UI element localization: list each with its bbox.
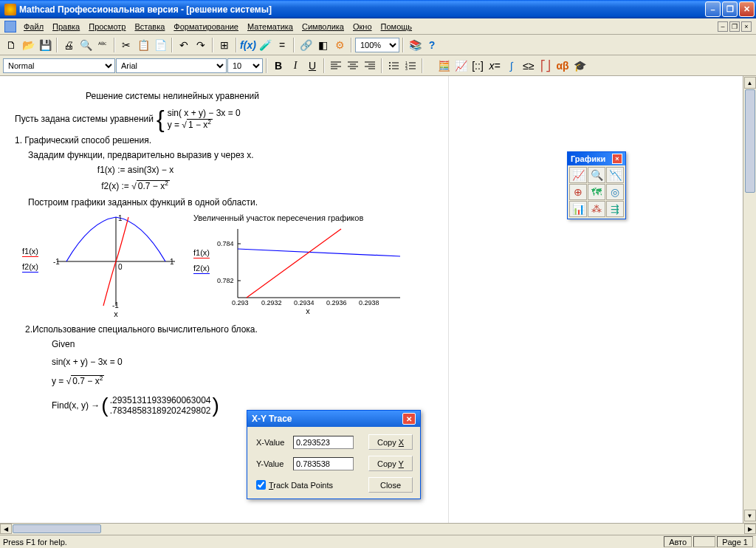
- component-icon[interactable]: ◧: [315, 37, 331, 53]
- vector-field-icon[interactable]: ⇶: [606, 201, 624, 217]
- calculator-toolbar-icon[interactable]: 🧮: [436, 58, 452, 74]
- legend-f2: f2(x): [22, 261, 38, 273]
- track-checkbox[interactable]: [256, 480, 266, 490]
- resource-center-icon[interactable]: 📚: [407, 37, 423, 53]
- scatter-3d-icon[interactable]: ⁂: [588, 201, 605, 217]
- menu-math[interactable]: Математика: [243, 21, 298, 32]
- align-regions-icon[interactable]: ⊞: [216, 37, 233, 53]
- contour-plot-icon[interactable]: ◎: [606, 184, 624, 200]
- menu-format[interactable]: Форматирование: [169, 21, 243, 32]
- svg-text:0.2938: 0.2938: [359, 299, 379, 306]
- xy-plot-icon[interactable]: 📈: [569, 167, 587, 183]
- menu-symbolics[interactable]: Символика: [298, 21, 348, 32]
- copy-x-button[interactable]: Copy X: [368, 434, 413, 450]
- graph-toolbar-icon[interactable]: 📈: [453, 58, 469, 74]
- graph1[interactable]: -1 1 1 -1 0 x: [53, 213, 179, 318]
- mdi-minimize[interactable]: –: [718, 21, 728, 32]
- preview-icon[interactable]: 🔍: [78, 37, 94, 53]
- surface-plot-icon[interactable]: 🗺: [588, 184, 605, 200]
- svg-line-38: [247, 229, 341, 298]
- polar-plot-icon[interactable]: ⊕: [569, 184, 587, 200]
- redo-icon[interactable]: ↷: [193, 37, 209, 53]
- dialog-close-icon[interactable]: ✕: [402, 413, 416, 425]
- scroll-up-icon[interactable]: ▲: [744, 77, 756, 89]
- y-value-input[interactable]: [293, 457, 354, 470]
- align-right-icon[interactable]: [362, 58, 378, 74]
- copy-y-button[interactable]: Copy Y: [368, 456, 413, 471]
- palette-close-icon[interactable]: ×: [612, 154, 622, 164]
- copy-icon[interactable]: 📋: [135, 37, 151, 53]
- run-icon[interactable]: ⚙: [331, 37, 348, 53]
- function-icon[interactable]: f(x): [240, 37, 256, 53]
- bullets-icon[interactable]: [385, 58, 402, 74]
- programming-toolbar-icon[interactable]: ⎡⎦: [537, 58, 554, 74]
- xy-trace-dialog[interactable]: X-Y Trace ✕ X-Value Copy X Y-Value Copy …: [247, 410, 421, 499]
- new-icon[interactable]: 🗋: [3, 37, 19, 53]
- 3d-bar-icon[interactable]: 📊: [569, 201, 587, 217]
- graphics-palette[interactable]: Графики × 📈 🔍 📉 ⊕ 🗺 ◎ 📊 ⁂ ⇶: [567, 151, 626, 219]
- close-button[interactable]: Close: [368, 477, 413, 493]
- section1-title: 1. Графический способ решения.: [15, 135, 433, 145]
- svg-text:0.2936: 0.2936: [326, 299, 347, 306]
- font-select[interactable]: Arial: [116, 58, 227, 73]
- align-left-icon[interactable]: [328, 58, 344, 74]
- palette-titlebar[interactable]: Графики ×: [568, 152, 625, 165]
- units-icon[interactable]: 🧪: [257, 37, 273, 53]
- underline-icon[interactable]: U: [304, 58, 320, 74]
- cut-icon[interactable]: ✂: [118, 37, 134, 53]
- align-center-icon[interactable]: [345, 58, 361, 74]
- style-select[interactable]: Normal: [3, 58, 115, 73]
- trace-plot-icon[interactable]: 📉: [606, 167, 624, 183]
- menu-help[interactable]: Помощь: [377, 21, 417, 32]
- scroll-thumb[interactable]: [745, 89, 755, 193]
- menu-window[interactable]: Окно: [348, 21, 377, 32]
- undo-icon[interactable]: ↶: [176, 37, 192, 53]
- horizontal-scrollbar[interactable]: ◀ ▶: [0, 523, 756, 535]
- legend2-f2: f2(x): [193, 263, 210, 274]
- open-icon[interactable]: 📂: [20, 37, 36, 53]
- title-bar: Mathcad Профессиональная версия - [решен…: [0, 0, 756, 18]
- svg-text:0.2932: 0.2932: [261, 299, 282, 306]
- mdi-icon[interactable]: [4, 21, 16, 32]
- usage-eq1: sin(x + y) − 3x = 0: [52, 357, 433, 367]
- menu-file[interactable]: Файл: [19, 21, 48, 32]
- menu-edit[interactable]: Правка: [48, 21, 84, 32]
- system-eq2: y = √1 − x2: [168, 118, 241, 130]
- scroll-down-icon[interactable]: ▼: [744, 510, 756, 521]
- greek-toolbar-icon[interactable]: αβ: [554, 58, 571, 74]
- spellcheck-icon[interactable]: ᴬᴮᶜ: [94, 37, 111, 53]
- boolean-toolbar-icon[interactable]: ≤≥: [520, 58, 537, 74]
- matrix-toolbar-icon[interactable]: [::]: [470, 58, 486, 74]
- zoom-select[interactable]: 100%: [355, 38, 399, 52]
- dialog-titlebar[interactable]: X-Y Trace ✕: [247, 411, 420, 427]
- close-button[interactable]: ✕: [739, 1, 755, 17]
- symbolic-toolbar-icon[interactable]: 🎓: [571, 58, 588, 74]
- insert-hyperlink-icon[interactable]: 🔗: [298, 37, 314, 53]
- calculate-icon[interactable]: =: [274, 37, 290, 53]
- save-icon[interactable]: 💾: [37, 37, 53, 53]
- italic-icon[interactable]: I: [287, 58, 303, 74]
- scroll-right-icon[interactable]: ▶: [744, 524, 756, 534]
- mdi-close[interactable]: ×: [741, 21, 752, 32]
- numbering-icon[interactable]: 123: [402, 58, 419, 74]
- hscroll-thumb[interactable]: [13, 524, 101, 533]
- bold-icon[interactable]: B: [270, 58, 286, 74]
- paste-icon[interactable]: 📄: [152, 37, 168, 53]
- print-icon[interactable]: 🖨: [61, 37, 77, 53]
- minimize-button[interactable]: –: [705, 1, 721, 17]
- evaluation-toolbar-icon[interactable]: x=: [487, 58, 503, 74]
- menu-insert[interactable]: Вставка: [130, 21, 169, 32]
- size-select[interactable]: 10: [227, 58, 263, 73]
- x-value-input[interactable]: [293, 436, 354, 449]
- zoom-plot-icon[interactable]: 🔍: [588, 167, 605, 183]
- maximize-button[interactable]: ❐: [722, 1, 738, 17]
- usage-eq2: y = √0.7 − x2: [52, 374, 433, 386]
- menu-view[interactable]: Просмотр: [84, 21, 130, 32]
- help-icon[interactable]: ?: [424, 37, 440, 53]
- vertical-scrollbar[interactable]: ▲ ▼: [743, 76, 756, 523]
- graph2[interactable]: 0.784 0.782 0.293 0.2932 0.2934 0.2936 0…: [216, 225, 400, 315]
- scroll-left-icon[interactable]: ◀: [0, 524, 12, 534]
- document-area-right[interactable]: [448, 76, 743, 523]
- mdi-restore[interactable]: ❐: [729, 21, 740, 32]
- calculus-toolbar-icon[interactable]: ∫: [504, 58, 520, 74]
